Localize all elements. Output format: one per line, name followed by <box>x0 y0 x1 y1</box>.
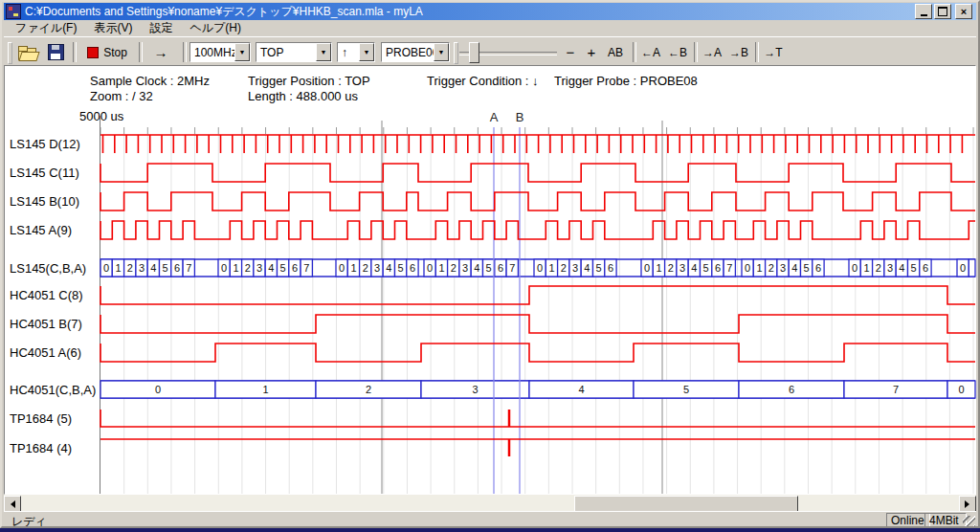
bus-cell-value: 4 <box>578 384 584 395</box>
horizontal-scrollbar[interactable] <box>4 495 976 511</box>
bus-cell-value: 7 <box>726 262 732 274</box>
bus-cell-value: 6 <box>608 262 613 274</box>
waveform-trace <box>100 286 975 304</box>
bus-cell-value: 0 <box>537 262 543 274</box>
bus-cell-value: 0 <box>155 384 161 395</box>
bus-cell-value: 0 <box>103 262 109 274</box>
channel-label: LS145 D(12) <box>10 137 80 151</box>
bus-cell-value: 3 <box>572 262 578 274</box>
bus-cell-value: 1 <box>115 262 121 274</box>
bus-cell-value: 5 <box>683 384 689 395</box>
scroll-right-button[interactable] <box>959 496 976 512</box>
scrollbar-thumb[interactable] <box>574 496 798 512</box>
channel-label: TP1684 (4) <box>10 441 72 455</box>
bus-cell-value: 5 <box>596 262 602 274</box>
bus-cell-value: 7 <box>893 384 899 395</box>
channel-label: HC4051 A(6) <box>10 345 81 360</box>
bus-cell-value: 2 <box>245 262 251 274</box>
scroll-left-button[interactable] <box>4 496 21 512</box>
channel-label: LS145 A(9) <box>10 223 72 237</box>
bus-cell-value: 2 <box>668 262 674 274</box>
bus-cell-value: 5 <box>703 262 709 274</box>
bus-cell-value: 2 <box>127 262 133 274</box>
channel-label: HC4051 C(8) <box>10 288 83 302</box>
bus-cell-value: 0 <box>958 384 964 395</box>
bus-cell-value: 6 <box>292 262 298 274</box>
bus-cell-value: 5 <box>280 262 286 274</box>
bus-cell-value: 1 <box>350 262 356 274</box>
bus-cell-value: 3 <box>780 262 786 274</box>
channel-label: LS145 C(11) <box>10 166 79 180</box>
bus-cell-value: 0 <box>960 262 966 274</box>
bus-cell-value: 0 <box>339 262 345 274</box>
bus-cell-value: 6 <box>410 262 415 274</box>
bus-cell-value: 3 <box>472 384 478 395</box>
ruler-ticks <box>100 127 973 134</box>
bus-cell-value: 6 <box>923 262 928 274</box>
bus-cell-value: 7 <box>303 262 309 274</box>
bus-cell-value: 4 <box>474 262 479 274</box>
bus-cell-value: 7 <box>509 262 515 274</box>
bus-cell-value: 0 <box>745 262 750 274</box>
bus-cell-value: 6 <box>174 262 180 274</box>
bus-cell-value: 4 <box>899 262 904 274</box>
bus-cell-value: 5 <box>398 262 404 274</box>
bus-cell-value: 0 <box>644 262 650 274</box>
bus-cell-value: 5 <box>486 262 492 274</box>
bus-cell-value: 0 <box>427 262 433 274</box>
bus-cell-value: 1 <box>863 262 869 274</box>
waveform-trace <box>100 164 975 182</box>
bus-cell-value: 4 <box>386 262 391 274</box>
marker-label: A <box>490 110 499 124</box>
status-bar: レディ Online 4MBit <box>4 511 976 529</box>
resize-grip[interactable] <box>963 516 975 528</box>
desktop-edge <box>0 528 980 532</box>
bus-cell-value: 3 <box>256 262 262 274</box>
waveform-trace <box>100 344 975 362</box>
grid-major-lines <box>382 121 662 494</box>
channel-label: HC4051 B(7) <box>10 317 82 331</box>
bus-cell-value: 6 <box>789 384 794 395</box>
bus-cell-value: 3 <box>462 262 468 274</box>
status-memory-badge: 4MBit <box>924 513 967 528</box>
channel-label: TP1684 (5) <box>10 411 72 426</box>
app-window: C:¥Documents and Settings¥noname¥デスクトップ¥… <box>0 0 980 532</box>
waveform-trace <box>100 410 975 427</box>
bus-cell-value: 4 <box>150 262 156 274</box>
waveform-trace <box>100 221 975 239</box>
channel-label: HC4051(C,B,A) <box>10 383 96 397</box>
bus-cell-value: 3 <box>679 262 685 274</box>
bus-cell-value: 3 <box>374 262 380 274</box>
waveform-plot[interactable]: 0123456701234567012345601234567012345601… <box>0 0 980 532</box>
bus-cell-value: 1 <box>548 262 554 274</box>
bus-row: 0123456701234567012345601234567012345601… <box>100 259 975 277</box>
bus-cell-value: 1 <box>262 384 268 395</box>
bus-cell-value: 0 <box>852 262 858 274</box>
channel-label: LS145(C,B,A) <box>10 261 86 276</box>
marker-label: B <box>516 110 524 124</box>
triangle-right-icon <box>965 500 973 508</box>
bus-cell-value: 2 <box>451 262 457 274</box>
bus-cell-value: 2 <box>876 262 881 274</box>
bus-cell-value: 5 <box>163 262 168 274</box>
bus-cell-value: 2 <box>366 384 371 395</box>
bus-row: 012345670 <box>100 381 975 398</box>
bus-cell-value: 0 <box>221 262 227 274</box>
waveform-trace <box>100 192 975 211</box>
bus-cell-value: 1 <box>656 262 661 274</box>
bus-cell-value: 4 <box>268 262 274 274</box>
bus-cell-value: 6 <box>815 262 821 274</box>
bus-cell <box>969 259 975 277</box>
bus-cell-value: 5 <box>804 262 810 274</box>
triangle-left-icon <box>7 500 15 508</box>
bus-cell-value: 5 <box>911 262 917 274</box>
bus-cell-value: 6 <box>715 262 721 274</box>
markers: AB <box>490 110 524 494</box>
bus-cell-value: 1 <box>438 262 444 274</box>
bus-cell-value: 2 <box>363 262 368 274</box>
bus-cell-value: 3 <box>139 262 145 274</box>
bus-cell-value: 4 <box>584 262 590 274</box>
bus-cell-value: 7 <box>186 262 191 274</box>
bus-cell-value: 2 <box>561 262 567 274</box>
bus-cell-value: 2 <box>768 262 774 274</box>
